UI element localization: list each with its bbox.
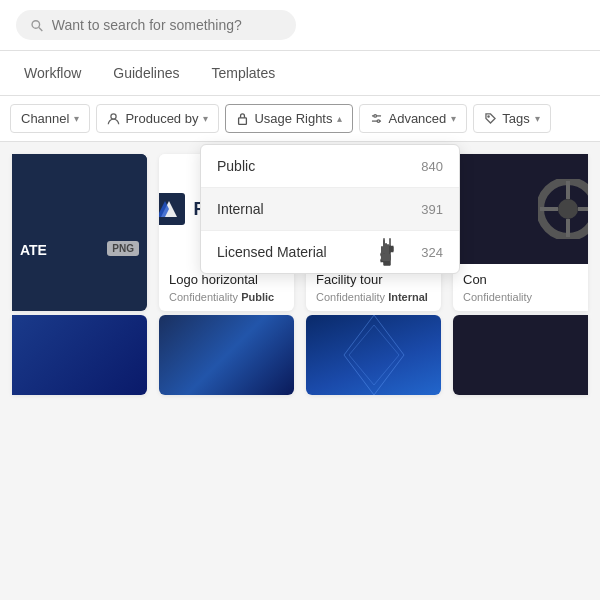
svg-point-13 bbox=[558, 199, 578, 219]
dropdown-licensed-label: Licensed Material bbox=[217, 244, 327, 260]
bottom-card-2[interactable] bbox=[159, 315, 294, 395]
card-badge-png: PNG bbox=[107, 241, 139, 256]
fabricate-icon bbox=[159, 193, 185, 225]
advanced-label: Advanced bbox=[388, 111, 446, 126]
bottom-card-1[interactable] bbox=[12, 315, 147, 395]
bottom-card-3[interactable] bbox=[306, 315, 441, 395]
sliders-icon bbox=[370, 112, 383, 125]
channel-label: Channel bbox=[21, 111, 69, 126]
dropdown-licensed-count: 324 bbox=[421, 245, 443, 260]
person-icon bbox=[107, 112, 120, 125]
card-partial-2[interactable]: Con Confidentiality bbox=[453, 154, 588, 311]
usage-rights-dropdown: Public 840 Internal 391 Licensed Materia… bbox=[200, 144, 460, 274]
bottom-cards-grid bbox=[0, 315, 600, 407]
card-meta-partial-2: Confidentiality bbox=[463, 291, 578, 303]
tab-templates[interactable]: Templates bbox=[195, 51, 291, 95]
tab-workflow[interactable]: Workflow bbox=[8, 51, 97, 95]
dropdown-internal-count: 391 bbox=[421, 202, 443, 217]
dropdown-internal-label: Internal bbox=[217, 201, 264, 217]
bottom-thumb-3 bbox=[306, 315, 441, 395]
dropdown-item-public[interactable]: Public 840 bbox=[201, 145, 459, 187]
produced-by-chevron-icon: ▾ bbox=[203, 113, 208, 124]
confidentiality-value-facility: Internal bbox=[388, 291, 428, 303]
advanced-chevron-icon: ▾ bbox=[451, 113, 456, 124]
svg-point-0 bbox=[32, 20, 40, 28]
dropdown-public-count: 840 bbox=[421, 159, 443, 174]
card-meta-logo: Confidentiality Public bbox=[169, 291, 284, 303]
search-wrapper[interactable] bbox=[16, 10, 296, 40]
svg-point-6 bbox=[374, 115, 377, 118]
filter-bar: Channel ▾ Produced by ▾ Usage Rights ▴ A… bbox=[0, 96, 600, 142]
search-input[interactable] bbox=[52, 17, 282, 33]
card-body-partial-2: Con Confidentiality bbox=[453, 264, 588, 311]
bottom-thumb-4 bbox=[453, 315, 588, 395]
wheel-icon bbox=[538, 179, 588, 239]
confidentiality-label-facility: Confidentiality bbox=[316, 291, 385, 303]
card-thumb-1: ATE PNG bbox=[12, 154, 147, 264]
confidentiality-label-logo: Confidentiality bbox=[169, 291, 238, 303]
produced-by-label: Produced by bbox=[125, 111, 198, 126]
card-title-partial-2: Con bbox=[463, 272, 578, 287]
search-bar bbox=[0, 0, 600, 51]
card-title-logo: Logo horizontal bbox=[169, 272, 284, 287]
card-title-facility: Facility tour bbox=[316, 272, 431, 287]
bottom-card-4[interactable] bbox=[453, 315, 588, 395]
bottom-thumb-2 bbox=[159, 315, 294, 395]
tag-icon bbox=[484, 112, 497, 125]
usage-rights-filter[interactable]: Usage Rights ▴ bbox=[225, 104, 353, 133]
produced-by-filter[interactable]: Produced by ▾ bbox=[96, 104, 219, 133]
svg-point-2 bbox=[111, 114, 116, 119]
svg-marker-18 bbox=[344, 315, 404, 395]
search-icon bbox=[30, 18, 44, 33]
tab-guidelines[interactable]: Guidelines bbox=[97, 51, 195, 95]
diamond-pattern bbox=[324, 315, 424, 395]
lock-icon bbox=[236, 112, 249, 125]
dropdown-public-label: Public bbox=[217, 158, 255, 174]
tags-label: Tags bbox=[502, 111, 529, 126]
card-partial-1[interactable]: ATE PNG bbox=[12, 154, 147, 311]
svg-rect-3 bbox=[239, 118, 247, 125]
advanced-filter[interactable]: Advanced ▾ bbox=[359, 104, 467, 133]
dropdown-item-internal[interactable]: Internal 391 bbox=[201, 188, 459, 230]
tags-chevron-icon: ▾ bbox=[535, 113, 540, 124]
channel-filter[interactable]: Channel ▾ bbox=[10, 104, 90, 133]
card-thumb-partial-2 bbox=[453, 154, 588, 264]
svg-point-8 bbox=[488, 116, 489, 117]
nav-tabs: Workflow Guidelines Templates bbox=[0, 51, 600, 96]
confidentiality-label-partial-2: Confidentiality bbox=[463, 291, 532, 303]
svg-line-1 bbox=[39, 27, 42, 30]
svg-marker-19 bbox=[349, 325, 399, 385]
card-meta-facility: Confidentiality Internal bbox=[316, 291, 431, 303]
usage-rights-label: Usage Rights bbox=[254, 111, 332, 126]
usage-rights-chevron-icon: ▴ bbox=[337, 113, 342, 124]
tags-filter[interactable]: Tags ▾ bbox=[473, 104, 550, 133]
bottom-thumb-1 bbox=[12, 315, 147, 395]
card-body-1 bbox=[12, 264, 147, 284]
confidentiality-value-logo: Public bbox=[241, 291, 274, 303]
channel-chevron-icon: ▾ bbox=[74, 113, 79, 124]
dropdown-item-licensed[interactable]: Licensed Material 324 bbox=[201, 231, 459, 273]
svg-point-7 bbox=[378, 120, 381, 123]
